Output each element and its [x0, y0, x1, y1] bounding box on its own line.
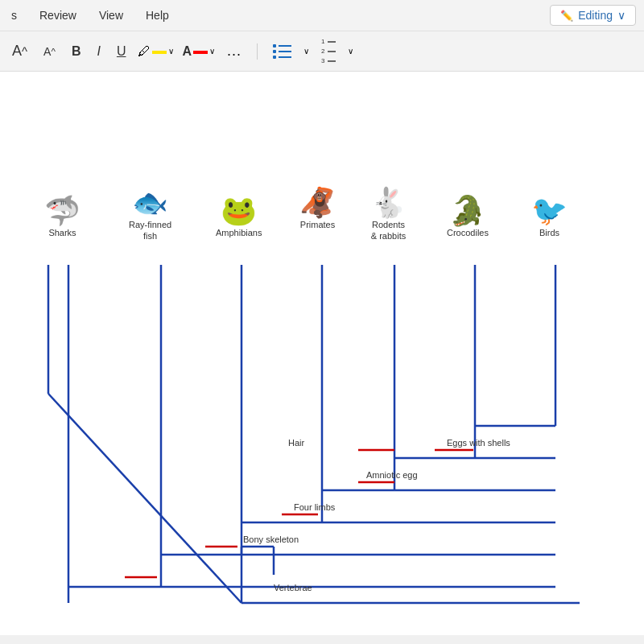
menu-bar: s Review View Help ✏️ Editing ∨ [0, 0, 644, 31]
list-button[interactable] [269, 43, 295, 60]
shark-label: Sharks [44, 227, 80, 238]
font-color-red-bar [193, 51, 208, 54]
svg-text:Hair: Hair [288, 438, 305, 448]
more-options-button[interactable]: ... [223, 41, 246, 61]
birds-label: Birds [531, 227, 568, 238]
format-bar: A^ A^ B I U 🖊 ∨ A ∨ ... [0, 31, 644, 71]
crocodile-emoji: 🐊 [447, 196, 489, 225]
menu-item-review[interactable]: Review [36, 7, 80, 23]
menu-item-help[interactable]: Help [142, 7, 172, 23]
highlight-color-group[interactable]: 🖊 ∨ [138, 44, 174, 59]
svg-text:Amniotic egg: Amniotic egg [366, 470, 418, 480]
font-color-icon: A [182, 44, 192, 59]
tree-svg: Vertebrae Bony skeleton Four limbs Amnio… [0, 72, 644, 635]
numbered-list-dropdown[interactable]: ∨ [348, 47, 353, 56]
numbered-list-button[interactable]: 1 2 3 [317, 36, 339, 66]
bird-emoji: 🐦 [531, 196, 568, 225]
svg-text:Bony skeleton: Bony skeleton [243, 535, 299, 544]
animal-primates: 🦧 Primates [299, 188, 336, 230]
pencil-icon: ✏️ [560, 10, 573, 22]
font-shrink-button[interactable]: A^ [39, 43, 60, 60]
fish-label: Ray-finned fish [129, 219, 171, 242]
underline-button[interactable]: U [113, 43, 130, 60]
animal-rodents: 🐇 Rodents & rabbits [370, 188, 407, 242]
animal-sharks: 🦈 Sharks [44, 196, 80, 238]
animal-birds: 🐦 Birds [531, 196, 568, 238]
shark-emoji: 🦈 [44, 196, 80, 225]
font-grow-button[interactable]: A^ [8, 41, 31, 61]
toolbar-separator [257, 43, 258, 60]
frog-emoji: 🐸 [216, 196, 262, 225]
list-dropdown[interactable]: ∨ [303, 47, 309, 56]
svg-text:Vertebrae: Vertebrae [274, 583, 312, 592]
animal-ray-finned-fish: 🐟 Ray-finned fish [129, 188, 171, 242]
highlight-yellow-bar [152, 51, 167, 54]
toolbar: s Review View Help ✏️ Editing ∨ A^ A^ B … [0, 0, 644, 72]
rodents-label: Rodents & rabbits [370, 219, 407, 242]
crocodiles-label: Crocodiles [447, 227, 489, 238]
fish-emoji: 🐟 [129, 188, 171, 217]
rabbit-emoji: 🐇 [370, 188, 407, 217]
phylogenetic-tree: Vertebrae Bony skeleton Four limbs Amnio… [0, 72, 644, 635]
highlight-dropdown[interactable]: ∨ [168, 47, 174, 56]
primate-emoji: 🦧 [299, 188, 336, 217]
menu-item-s[interactable]: s [8, 7, 20, 23]
primates-label: Primates [299, 219, 336, 230]
font-color-dropdown[interactable]: ∨ [209, 47, 215, 56]
svg-text:Eggs with shells: Eggs with shells [447, 438, 510, 448]
bold-button[interactable]: B [68, 43, 85, 60]
chevron-down-icon: ∨ [617, 9, 625, 22]
editing-label: Editing [578, 9, 613, 22]
svg-text:Four limbs: Four limbs [294, 502, 336, 512]
svg-line-2 [48, 394, 242, 603]
font-color-group[interactable]: A ∨ [182, 44, 215, 59]
animal-crocodiles: 🐊 Crocodiles [447, 196, 489, 238]
menu-item-view[interactable]: View [96, 7, 126, 23]
animal-amphibians: 🐸 Amphibians [216, 196, 262, 238]
highlight-icon: 🖊 [138, 44, 151, 59]
amphibians-label: Amphibians [216, 227, 262, 238]
main-content: Vertebrae Bony skeleton Four limbs Amnio… [0, 72, 644, 635]
italic-button[interactable]: I [93, 43, 104, 60]
editing-button[interactable]: ✏️ Editing ∨ [550, 5, 636, 26]
